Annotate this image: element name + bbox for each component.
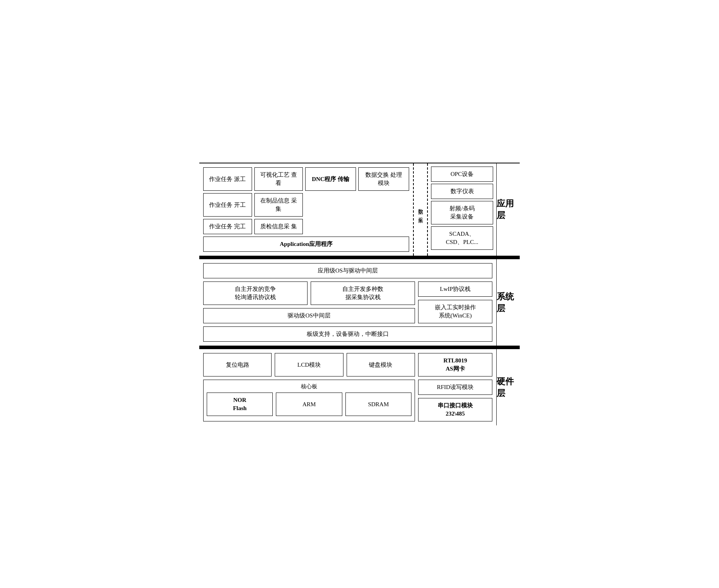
rtl8019-cell: RTL8019 AS网卡 [418,353,492,376]
core-board-label: 核心板 [207,383,411,390]
rfid-cell: RFID读写模块 [418,380,492,395]
task-dispatch-cell: 作业任务 派工 [203,167,252,191]
sys-layer-label: 系统层 [496,259,520,346]
board-support-cell: 板级支持，设备驱动，中断接口 [203,326,492,342]
sdram-cell: SDRAM [345,393,411,416]
task-finish-cell: 作业任务 完工 [203,219,252,234]
quality-info-cell: 质检信息采 集 [254,219,303,234]
rf-barcode-cell: 射频/条码 采集设备 [431,201,493,224]
auto-collect-cell: 自主开发多种数 据采集协议栈 [311,281,415,305]
os-middleware-cell: 应用级OS与驱动中间层 [203,263,492,278]
scada-plc-cell: SCADA、 CSD、PLC... [431,226,493,250]
hw-layer-label: 硬件层 [496,349,520,425]
dnc-program-cell: DNC程序 传输 [305,167,356,191]
arm-cell: ARM [276,393,342,416]
app-layer-label: 应用层 [496,163,520,256]
keyboard-module-cell: 键盘模块 [347,353,415,376]
wince-cell: 嵌入工实时操作 系统(WinCE) [418,300,492,323]
opc-device-cell: OPC设备 [431,167,493,182]
product-info-cell: 在制品信息 采集 [254,193,303,217]
right-devices: OPC设备 数字仪表 射频/条码 采集设备 SCADA、 CSD、PLC... [428,163,496,256]
task-start-cell: 作业任务 开工 [203,193,252,217]
digital-meter-cell: 数字仪表 [431,184,493,199]
architecture-diagram: 作业任务 派工 可视化工艺 查看 DNC程序 传输 数据交换 处理模块 作业任务… [199,163,520,425]
auto-polling-cell: 自主开发的竞争 轮询通讯协议栈 [203,281,308,305]
data-exchange-cell: 数据交换 处理模块 [358,167,409,191]
nor-flash-cell: NOR Flash [207,393,273,416]
serial-interface-cell: 串口接口模块 232\485 [418,398,492,421]
application-program-cell: Application应用程序 [203,237,409,252]
reset-circuit-cell: 复位电路 [203,353,272,376]
visual-process-cell: 可视化工艺 查看 [254,167,303,191]
lcd-module-cell: LCD模块 [275,353,343,376]
data-collect-column: 数据 采集 [414,163,428,256]
driver-os-cell: 驱动级OS中间层 [203,308,415,323]
lwip-cell: LwIP协议栈 [418,281,492,297]
